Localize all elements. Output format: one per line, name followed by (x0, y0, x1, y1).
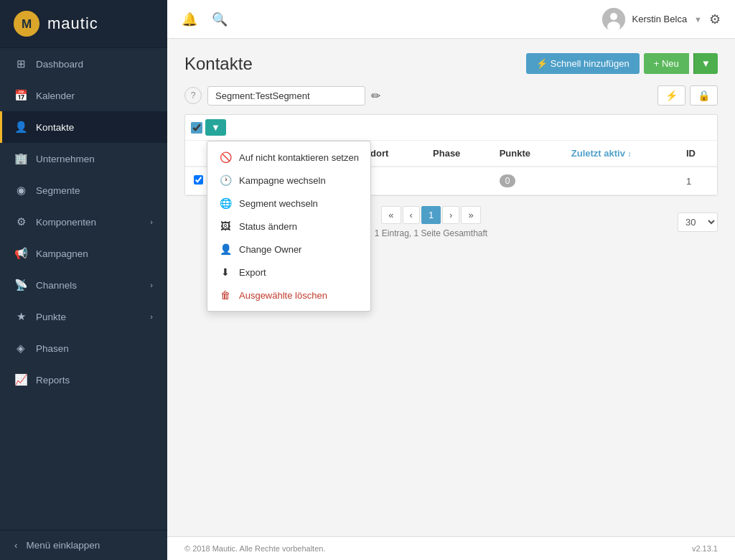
th-punkte[interactable]: Punkte (491, 141, 563, 167)
dropdown-item-change-owner[interactable]: 👤 Change Owner (207, 238, 370, 261)
sidebar-item-label: Dashboard (36, 59, 83, 70)
filter-input[interactable] (207, 86, 365, 106)
dropdown-arrow-icon: ▼ (211, 122, 220, 133)
bulk-action-dropdown-menu: 🚫 Auf nicht kontaktieren setzen 🕐 Kampag… (207, 141, 371, 312)
sidebar-item-label: Kampagnen (36, 248, 88, 259)
dropdown-item-kampagne[interactable]: 🕐 Kampagne wechseln (207, 169, 370, 192)
row-checkbox[interactable] (194, 175, 203, 185)
sidebar-item-label: Unternehmen (36, 154, 95, 164)
sidebar-item-kampagnen[interactable]: 📢 Kampagnen (0, 238, 167, 269)
segment-icon: 🌐 (219, 197, 232, 209)
unternehmen-icon: 🏢 (14, 152, 27, 165)
per-page-select[interactable]: 30 50 100 (678, 213, 718, 232)
sidebar-item-punkte[interactable]: ★ Punkte › (0, 301, 167, 332)
sidebar-nav: ⊞ Dashboard 📅 Kalender 👤 Kontakte 🏢 Unte… (0, 48, 167, 530)
next-page-button[interactable]: › (442, 206, 459, 224)
sidebar-item-dashboard[interactable]: ⊞ Dashboard (0, 48, 167, 80)
app-name: mautic (47, 14, 98, 33)
dropdown-item-delete[interactable]: 🗑 Ausgewählte löschen (207, 284, 370, 307)
mautic-logo-icon: M (13, 10, 40, 37)
collapse-icon: ‹ (14, 540, 18, 551)
sidebar-logo: M mautic (0, 0, 167, 48)
new-button-label: + Neu (654, 58, 679, 69)
filter-right: ⚡ 🔒 (657, 85, 718, 106)
dropdown-item-label: Kampagne wechseln (239, 175, 326, 186)
filter-action-btn-2[interactable]: 🔒 (690, 85, 718, 106)
sort-icon: ↕ (628, 150, 632, 158)
phasen-icon: ◈ (14, 342, 27, 355)
filter-help-icon[interactable]: ? (184, 87, 202, 104)
komponenten-icon: ⚙ (14, 215, 27, 228)
dropdown-item-label: Change Owner (239, 244, 301, 255)
chevron-right-icon: › (150, 312, 153, 321)
th-id[interactable]: ID (678, 141, 717, 167)
dropdown-item-label: Segment wechseln (239, 198, 318, 209)
user-name[interactable]: Kerstin Belca (632, 14, 688, 24)
not-contact-icon: 🚫 (219, 151, 232, 163)
kalender-icon: 📅 (14, 89, 27, 102)
search-icon[interactable]: 🔍 (212, 11, 228, 27)
sidebar-item-unternehmen[interactable]: 🏢 Unternehmen (0, 143, 167, 174)
sidebar-item-segmente[interactable]: ◉ Segmente (0, 174, 167, 206)
last-page-button[interactable]: » (461, 206, 480, 224)
status-icon: 🖼 (219, 220, 232, 232)
sidebar-bottom: ‹ Menü einklappen (0, 530, 167, 560)
user-dropdown-icon[interactable]: ▼ (694, 15, 702, 24)
chevron-right-icon: › (150, 281, 153, 289)
first-page-button[interactable]: « (381, 206, 401, 224)
svg-text:M: M (22, 17, 32, 31)
th-zuletzt-aktiv[interactable]: Zuletzt aktiv ↕ (563, 141, 678, 167)
filter-action-btn-1[interactable]: ⚡ (657, 85, 685, 106)
main-content: 🔔 🔍 Kerstin Belca ▼ ⚙ Kontakte ⚡ Schnell… (167, 0, 735, 560)
sidebar-item-label: Komponenten (36, 217, 96, 228)
svg-point-3 (610, 13, 617, 20)
sidebar-item-kontakte[interactable]: 👤 Kontakte (0, 111, 167, 143)
sidebar-item-reports[interactable]: 📈 Reports (0, 364, 167, 396)
filter-edit-icon[interactable]: ✏ (371, 89, 380, 103)
export-icon: ⬇ (219, 266, 232, 278)
owner-icon: 👤 (219, 243, 232, 255)
current-page-button[interactable]: 1 (421, 206, 441, 224)
page-footer: © 2018 Mautic. Alle Rechte vorbehalten. … (167, 536, 735, 560)
contacts-table-container: ▼ 🚫 Auf nicht kontaktieren setzen 🕐 Kamp… (184, 114, 718, 196)
pagination-controls: « ‹ 1 › » (381, 206, 480, 224)
collapse-menu-item[interactable]: ‹ Menü einklappen (0, 531, 167, 560)
dropdown-item-label: Export (239, 267, 266, 278)
dropdown-item-export[interactable]: ⬇ Export (207, 261, 370, 284)
new-dropdown-button[interactable]: ▼ (693, 53, 718, 74)
kampagne-icon: 🕐 (219, 174, 232, 186)
topbar: 🔔 🔍 Kerstin Belca ▼ ⚙ (167, 0, 735, 39)
points-badge: 0 (500, 174, 516, 187)
quick-add-button[interactable]: ⚡ Schnell hinzufügen (526, 53, 639, 74)
bell-icon[interactable]: 🔔 (182, 11, 197, 27)
sidebar-item-label: Punkte (36, 312, 66, 322)
kampagnen-icon: 📢 (14, 247, 27, 260)
topbar-left: 🔔 🔍 (182, 11, 228, 27)
sidebar-item-label: Segmente (36, 185, 80, 196)
pagination-info: 1 Eintrag, 1 Seite Gesamthaft (375, 228, 487, 238)
delete-icon: 🗑 (219, 289, 232, 301)
sidebar-item-channels[interactable]: 📡 Channels › (0, 269, 167, 301)
select-all-checkbox[interactable] (191, 122, 202, 134)
sidebar-item-komponenten[interactable]: ⚙ Komponenten › (0, 206, 167, 238)
th-phase[interactable]: Phase (424, 141, 491, 167)
sidebar-item-kalender[interactable]: 📅 Kalender (0, 80, 167, 111)
filter-bar: ? ✏ ⚡ 🔒 (184, 85, 718, 106)
gear-icon[interactable]: ⚙ (709, 11, 721, 27)
page-header: Kontakte ⚡ Schnell hinzufügen + Neu ▼ (184, 53, 718, 74)
dropdown-item-not-contact[interactable]: 🚫 Auf nicht kontaktieren setzen (207, 146, 370, 169)
dropdown-item-segment[interactable]: 🌐 Segment wechseln (207, 192, 370, 215)
new-button[interactable]: + Neu (644, 53, 689, 74)
dropdown-item-status[interactable]: 🖼 Status ändern (207, 215, 370, 238)
sidebar-item-label: Kontakte (36, 122, 74, 133)
bulk-action-dropdown-button[interactable]: ▼ (205, 119, 226, 136)
page-content: Kontakte ⚡ Schnell hinzufügen + Neu ▼ ? … (167, 39, 735, 536)
dashboard-icon: ⊞ (14, 57, 27, 70)
prev-page-button[interactable]: ‹ (403, 206, 420, 224)
sidebar-item-label: Phasen (36, 343, 69, 354)
page-actions: ⚡ Schnell hinzufügen + Neu ▼ (526, 53, 718, 74)
collapse-label: Menü einklappen (27, 540, 100, 551)
quick-add-label: ⚡ Schnell hinzufügen (536, 58, 629, 69)
sidebar-item-label: Channels (36, 280, 77, 291)
sidebar-item-phasen[interactable]: ◈ Phasen (0, 332, 167, 364)
